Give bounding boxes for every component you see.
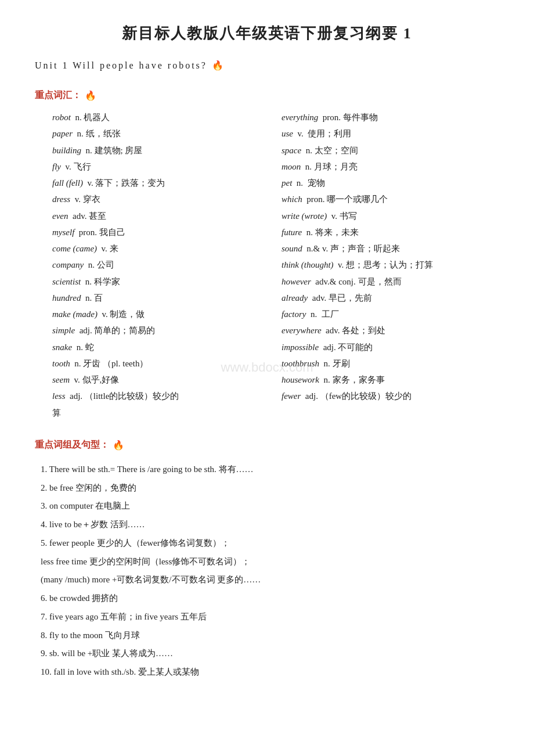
phrase-item: 8. fly to the moon 飞向月球 — [35, 628, 499, 644]
vocab-right-col: fewer adj. （few的比较级）较少的 — [270, 388, 499, 404]
phrase-item: 10. fall in love with sth./sb. 爱上某人或某物 — [35, 664, 499, 681]
phrases-section: 1. There will be sth.= There is /are goi… — [35, 462, 499, 681]
vocab-row: fly v. 飞行moon n. 月球；月亮 — [35, 159, 499, 174]
vocab-left-col: fly v. 飞行 — [35, 159, 270, 174]
vocab-left-col: less adj. （little的比较级）较少的 — [35, 388, 270, 404]
vocab-row: myself pron. 我自己future n. 将来，未来 — [35, 225, 499, 240]
vocab-left-col: tooth n. 牙齿 （pl. teeth） — [35, 356, 270, 371]
vocab-row: company n. 公司think (thought) v. 想；思考；认为；… — [35, 257, 499, 272]
vocab-right-col: sound n.& v. 声；声音；听起来 — [270, 241, 499, 256]
section-phrases-title: 重点词组及句型： 🔥 — [35, 439, 499, 451]
vocab-row: make (made) v. 制造，做factory n. 工厂 — [35, 307, 499, 322]
vocab-continuation: 算 — [35, 405, 499, 420]
vocab-right-col: pet n. 宠物 — [270, 175, 499, 190]
vocab-right-col: moon n. 月球；月亮 — [270, 159, 499, 174]
phrase-item: 3. on computer 在电脑上 — [35, 498, 499, 514]
vocab-right-col: impossible adj. 不可能的 — [270, 340, 499, 355]
fire-icon-vocab: 🔥 — [85, 90, 96, 101]
vocab-right-col: everywhere adv. 各处；到处 — [270, 323, 499, 338]
vocab-left-col: make (made) v. 制造，做 — [35, 307, 270, 322]
vocab-left-col: company n. 公司 — [35, 257, 270, 272]
vocab-row: come (came) v. 来sound n.& v. 声；声音；听起来 — [35, 241, 499, 256]
vocab-left-col: building n. 建筑物; 房屋 — [35, 143, 270, 158]
vocab-row: fall (fell) v. 落下；跌落；变为pet n. 宠物 — [35, 175, 499, 190]
vocab-left-col: dress v. 穿衣 — [35, 192, 270, 207]
vocab-right-col: space n. 太空；空间 — [270, 143, 499, 158]
vocab-row: snake n. 蛇impossible adj. 不可能的 — [35, 340, 499, 355]
vocab-right-col: everything pron. 每件事物 — [270, 110, 499, 125]
fire-icon-phrases: 🔥 — [113, 440, 124, 451]
vocab-right-col: future n. 将来，未来 — [270, 225, 499, 240]
phrase-item: (many /much) more +可数名词复数/不可数名词 更多的…… — [35, 572, 499, 588]
vocab-left-col: come (came) v. 来 — [35, 241, 270, 256]
phrase-item: 9. sb. will be +职业 某人将成为…… — [35, 646, 499, 662]
vocab-row: even adv. 甚至write (wrote) v. 书写 — [35, 208, 499, 224]
vocab-row: less adj. （little的比较级）较少的fewer adj. （few… — [35, 388, 499, 404]
unit-line: Unit 1 Will people have robots? 🔥 — [35, 60, 499, 71]
vocab-left-col: snake n. 蛇 — [35, 340, 270, 355]
vocab-row: dress v. 穿衣which pron. 哪一个或哪几个 — [35, 192, 499, 207]
vocab-row: scientist n. 科学家however adv.& conj. 可是，然… — [35, 274, 499, 289]
section-vocab-title: 重点词汇： 🔥 — [35, 89, 499, 102]
unit-label: Unit 1 Will people have robots? — [35, 60, 207, 71]
phrase-item: less free time 更少的空闲时间（less修饰不可数名词）； — [35, 554, 499, 570]
vocab-right-col: toothbrush n. 牙刷 — [270, 356, 499, 371]
vocab-left-col: even adv. 甚至 — [35, 208, 270, 224]
vocab-right-col: think (thought) v. 想；思考；认为；打算 — [270, 257, 499, 272]
vocab-right-col: however adv.& conj. 可是，然而 — [270, 274, 499, 289]
phrase-item: 5. fewer people 更少的人（fewer修饰名词复数）； — [35, 535, 499, 552]
phrase-item: 4. live to be＋岁数 活到…… — [35, 517, 499, 533]
vocab-right-col: use v. 使用；利用 — [270, 126, 499, 141]
vocab-table: robot n. 机器人everything pron. 每件事物paper n… — [35, 110, 499, 420]
phrase-item: 2. be free 空闲的，免费的 — [35, 480, 499, 496]
vocab-left-col: seem v. 似乎,好像 — [35, 372, 270, 387]
vocab-right-col: write (wrote) v. 书写 — [270, 208, 499, 224]
vocab-row: building n. 建筑物; 房屋space n. 太空；空间 — [35, 143, 499, 158]
vocab-right-col: housework n. 家务，家务事 — [270, 372, 499, 387]
vocab-row: robot n. 机器人everything pron. 每件事物 — [35, 110, 499, 125]
vocab-row: hundred n. 百already adv. 早已，先前 — [35, 290, 499, 305]
vocab-left-col: fall (fell) v. 落下；跌落；变为 — [35, 175, 270, 190]
vocab-left-col: scientist n. 科学家 — [35, 274, 270, 289]
vocab-row: paper n. 纸，纸张use v. 使用；利用 — [35, 126, 499, 141]
vocab-left-col: simple adj. 简单的；简易的 — [35, 323, 270, 338]
vocab-left-col: paper n. 纸，纸张 — [35, 126, 270, 141]
vocab-row: seem v. 似乎,好像housework n. 家务，家务事 — [35, 372, 499, 387]
phrase-item: 1. There will be sth.= There is /are goi… — [35, 462, 499, 478]
vocab-right-col: factory n. 工厂 — [270, 307, 499, 322]
phrase-item: 6. be crowded 拥挤的 — [35, 591, 499, 607]
vocab-row: tooth n. 牙齿 （pl. teeth）toothbrush n. 牙刷 — [35, 356, 499, 371]
vocab-left-col: myself pron. 我自己 — [35, 225, 270, 240]
page-title: 新目标人教版八年级英语下册复习纲要 1 — [35, 23, 499, 44]
vocab-left-col: hundred n. 百 — [35, 290, 270, 305]
vocab-row: simple adj. 简单的；简易的everywhere adv. 各处；到处 — [35, 323, 499, 338]
vocab-right-col: which pron. 哪一个或哪几个 — [270, 192, 499, 207]
vocab-left-col: robot n. 机器人 — [35, 110, 270, 125]
fire-icon: 🔥 — [212, 60, 225, 71]
vocab-right-col: already adv. 早已，先前 — [270, 290, 499, 305]
phrase-item: 7. five years ago 五年前；in five years 五年后 — [35, 609, 499, 625]
